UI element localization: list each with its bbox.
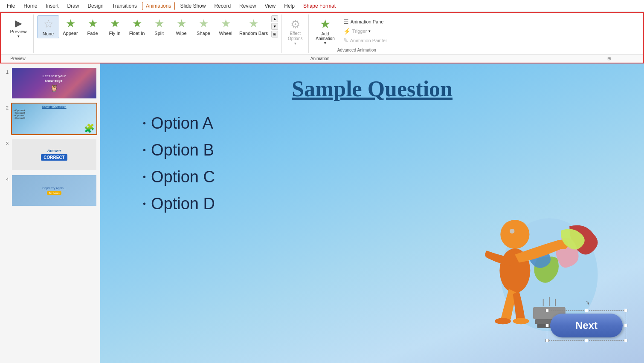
ribbon-group-preview: ▶ Preview ▾ [3, 14, 34, 53]
handle-middle-right[interactable] [624, 324, 627, 327]
main-area: 1 Let's test yourknowledge! 🦉 2 Sample Q… [0, 63, 644, 363]
option-d-text: Option D [151, 195, 215, 213]
slide-image-1[interactable]: Let's test yourknowledge! 🦉 [11, 67, 97, 99]
anim-wheel-icon: ★ [221, 17, 231, 30]
slide-thumb-4[interactable]: 4 Oops! Try Again... Try Again [3, 174, 97, 207]
anim-fade[interactable]: ★ Fade [81, 15, 104, 37]
anim-split-icon: ★ [154, 17, 164, 30]
anim-split-label: Split [154, 31, 163, 36]
trigger-button[interactable]: ⚡ Trigger ▾ [342, 27, 388, 35]
anim-wipe[interactable]: ★ Wipe [170, 15, 192, 37]
svg-point-8 [510, 229, 514, 233]
advanced-animation-label: Advanced Animation [313, 48, 400, 52]
animation-pane-icon: ☰ [343, 18, 349, 25]
slide1-owl: 🦉 [50, 84, 58, 92]
slide-thumb-3[interactable]: 3 Answer CORRECT [3, 138, 97, 171]
scroll-down-button[interactable]: ▼ [271, 23, 278, 30]
menu-home[interactable]: Home [20, 2, 41, 10]
anim-floatin-icon: ★ [132, 17, 142, 30]
slide3-answer: Answer [47, 149, 61, 153]
slide-num-2: 2 [3, 103, 9, 110]
animation-painter-icon: ✎ [343, 37, 348, 44]
anim-split[interactable]: ★ Split [148, 15, 170, 37]
handle-top-right[interactable] [624, 309, 627, 312]
anim-flyin-label: Fly In [109, 31, 121, 36]
menu-draw[interactable]: Draw [64, 2, 82, 10]
menu-record[interactable]: Record [211, 2, 234, 10]
slide-panel: 1 Let's test yourknowledge! 🦉 2 Sample Q… [0, 63, 100, 363]
handle-top-left[interactable] [545, 309, 549, 312]
ribbon-label-animation: Animation [35, 56, 605, 61]
slide-thumb-2[interactable]: 2 Sample Question • Option A • Option B … [3, 103, 97, 135]
menu-file[interactable]: File [3, 2, 18, 10]
menu-insert[interactable]: Insert [42, 2, 62, 10]
next-button-container: Next [550, 314, 623, 337]
anim-wipe-icon: ★ [177, 17, 186, 30]
anim-shape[interactable]: ★ Shape [192, 15, 215, 37]
handle-bottom-left[interactable] [545, 339, 549, 342]
slide-thumb-1[interactable]: 1 Let's test yourknowledge! 🦉 [3, 67, 97, 99]
slide3-correct: CORRECT [41, 154, 67, 161]
slide4-text: Oops! Try Again... [42, 187, 66, 190]
anim-appear[interactable]: ★ Appear [59, 15, 81, 37]
ribbon-label-preview: Preview [1, 56, 35, 61]
preview-button[interactable]: ▶ Preview ▾ [8, 16, 29, 40]
preview-dropdown-arrow[interactable]: ▾ [17, 34, 20, 38]
anim-fade-icon: ★ [88, 17, 98, 30]
anim-randombars-icon: ★ [249, 17, 258, 30]
anim-wheel[interactable]: ★ Wheel [215, 15, 237, 37]
svg-point-7 [500, 220, 529, 249]
advanced-animation-group: ★ AddAnimation ▾ ☰ Animation Pane ⚡ Trig… [310, 14, 403, 53]
handle-middle-left[interactable] [545, 324, 549, 327]
slide-image-3[interactable]: Answer CORRECT [11, 138, 97, 171]
handle-bottom-right[interactable] [624, 339, 627, 342]
menu-shape-format[interactable]: Shape Format [300, 2, 339, 10]
menu-animations[interactable]: Animations [142, 2, 175, 10]
menu-slideshow[interactable]: Slide Show [177, 2, 209, 10]
slide-num-4: 4 [3, 174, 9, 182]
slide2-options: • Option A • Option B • Option C • Optio… [14, 109, 95, 119]
menu-view[interactable]: View [261, 2, 279, 10]
trigger-label: Trigger [352, 29, 367, 34]
anim-floatin[interactable]: ★ Float In [126, 15, 148, 37]
preview-label: Preview [10, 29, 26, 34]
scroll-up-button[interactable]: ▲ [271, 15, 278, 22]
rotate-handle[interactable] [584, 300, 589, 305]
slide-num-1: 1 [3, 67, 9, 75]
menu-design[interactable]: Design [84, 2, 107, 10]
canvas-area: Sample Question • Option A • Option B • … [100, 63, 644, 363]
bullet-c: • [143, 172, 146, 182]
anim-shape-icon: ★ [199, 17, 209, 30]
handle-top-center[interactable] [585, 309, 588, 312]
anim-randombars[interactable]: ★ Random Bars [237, 15, 270, 37]
option-c: • Option C [143, 168, 423, 186]
slide4-btn: Try Again [47, 191, 61, 195]
add-animation-label: AddAnimation [316, 32, 334, 41]
advanced-animation-rows: ☰ Animation Pane ⚡ Trigger ▾ ✎ Animation… [342, 18, 388, 44]
effect-options-label: EffectOptions [288, 31, 302, 41]
slide-image-2[interactable]: Sample Question • Option A • Option B • … [11, 103, 97, 135]
selection-handles [547, 310, 626, 341]
menu-transitions[interactable]: Transitions [109, 2, 140, 10]
anim-none[interactable]: ☆ None [37, 15, 59, 38]
animation-pane-label: Animation Pane [351, 19, 384, 24]
scroll-more-button[interactable]: ⊞ [271, 31, 278, 37]
anim-flyin[interactable]: ★ Fly In [104, 15, 126, 37]
add-animation-button[interactable]: ★ AddAnimation ▾ [313, 15, 337, 47]
effect-options-button[interactable]: ⚙ EffectOptions ▾ [286, 16, 304, 47]
slide1-text: Let's test yourknowledge! [43, 74, 66, 83]
animation-pane-button[interactable]: ☰ Animation Pane [342, 18, 388, 26]
menu-review[interactable]: Review [236, 2, 259, 10]
menu-help[interactable]: Help [281, 2, 298, 10]
slide-image-4[interactable]: Oops! Try Again... Try Again [11, 174, 97, 207]
animation-painter-button[interactable]: ✎ Animation Painter [342, 37, 388, 44]
anim-flyin-icon: ★ [110, 17, 120, 30]
bullet-d: • [143, 199, 146, 209]
anim-wheel-label: Wheel [219, 31, 232, 36]
handle-bottom-center[interactable] [585, 339, 588, 342]
ribbon-expand-icon[interactable]: ⊞ [605, 56, 613, 61]
svg-marker-13 [587, 303, 589, 305]
anim-shape-label: Shape [197, 31, 210, 36]
ribbon-labels-row: Preview Animation ⊞ [1, 54, 643, 63]
anim-randombars-label: Random Bars [239, 31, 268, 36]
